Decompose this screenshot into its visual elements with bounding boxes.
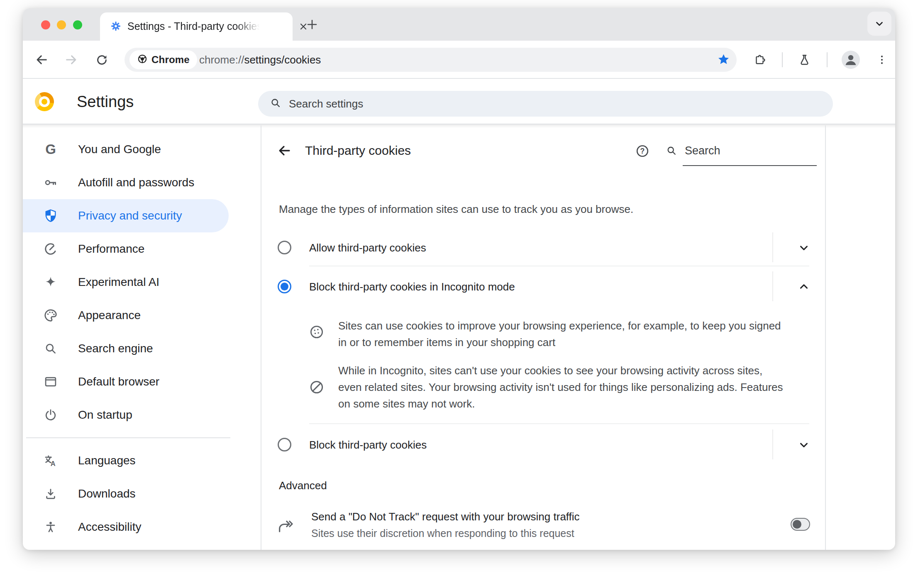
- shield-icon: [43, 208, 59, 224]
- option-label: Block third-party cookies: [309, 439, 427, 451]
- page-search-input[interactable]: [684, 144, 810, 158]
- accessibility-person-icon: [43, 519, 59, 535]
- page-search-underline: [683, 165, 817, 166]
- page-back-button[interactable]: [275, 141, 294, 160]
- site-chip[interactable]: Chrome: [129, 50, 197, 69]
- option-label: Block third-party cookies in Incognito m…: [309, 281, 515, 293]
- screen: Settings - Third-party cookies: [0, 0, 918, 588]
- chrome-logo-icon: [137, 54, 148, 66]
- dnt-title: Send a "Do Not Track" request with your …: [311, 510, 580, 523]
- radio-block-third-party[interactable]: [278, 438, 291, 451]
- key-icon: [43, 175, 59, 190]
- sidebar-item-experimental-ai[interactable]: Experimental AI: [23, 266, 255, 299]
- content-left-border: [261, 125, 261, 550]
- browser-window: Settings - Third-party cookies: [23, 8, 895, 550]
- chevron-up-icon[interactable]: [795, 279, 813, 294]
- url-scheme: chrome://: [199, 54, 244, 66]
- power-icon: [43, 407, 59, 423]
- speedometer-icon: [43, 241, 59, 257]
- page-search-icon: [666, 145, 677, 158]
- tab-settings[interactable]: Settings - Third-party cookies: [100, 12, 293, 41]
- chevron-down-icon[interactable]: [795, 240, 813, 255]
- help-icon[interactable]: ?: [635, 144, 650, 159]
- sidebar-item-downloads[interactable]: Downloads: [23, 477, 255, 510]
- minimize-window-button[interactable]: [57, 20, 66, 29]
- settings-gear-favicon-icon: [110, 20, 122, 34]
- magnifier-icon: [43, 341, 59, 356]
- download-icon: [43, 486, 59, 502]
- option-divider: [772, 429, 773, 459]
- settings-page-heading: Settings: [77, 93, 134, 111]
- sparkle-icon: [43, 274, 59, 290]
- page-search-field[interactable]: [684, 144, 810, 158]
- blocked-icon: [309, 379, 325, 397]
- url-text: chrome://settings/cookies: [199, 54, 321, 66]
- page-intro-text: Manage the types of information sites ca…: [279, 203, 633, 216]
- svg-text:A: A: [51, 460, 56, 467]
- browser-menu-icon[interactable]: [873, 51, 891, 69]
- row-divider: [309, 266, 809, 266]
- cookie-icon: [309, 324, 325, 342]
- option-label: Allow third-party cookies: [309, 242, 426, 254]
- sidebar-item-languages[interactable]: A Languages: [23, 444, 255, 477]
- browser-window-icon: [43, 374, 59, 390]
- bookmark-star-icon[interactable]: [717, 53, 730, 68]
- dnt-subtitle: Sites use their discretion when respondi…: [311, 527, 574, 539]
- palette-icon: [43, 307, 59, 323]
- sidebar-divider: [26, 437, 230, 438]
- do-not-track-icon: [277, 517, 294, 537]
- dnt-toggle[interactable]: [791, 518, 810, 531]
- settings-search-input[interactable]: [288, 97, 705, 111]
- sidebar-item-performance[interactable]: Performance: [23, 232, 255, 266]
- search-icon: [270, 97, 281, 110]
- toolbar-divider: [827, 52, 828, 67]
- svg-text:?: ?: [640, 147, 645, 155]
- tab-search-chevron-button[interactable]: [867, 12, 891, 36]
- back-button[interactable]: [32, 51, 51, 69]
- chrome-canary-logo: [35, 92, 54, 111]
- sidebar-item-privacy-and-security[interactable]: Privacy and security: [23, 199, 255, 232]
- forward-button[interactable]: [62, 51, 81, 69]
- sidebar-item-search-engine[interactable]: Search engine: [23, 332, 255, 365]
- sidebar-item-you-and-google[interactable]: G You and Google: [23, 133, 255, 166]
- toolbar-divider: [782, 52, 783, 67]
- chevron-down-icon[interactable]: [795, 437, 813, 452]
- dnt-toggle-knob: [793, 520, 801, 529]
- option-divider: [772, 232, 773, 262]
- google-g-icon: G: [43, 142, 59, 157]
- page-title: Third-party cookies: [305, 144, 411, 158]
- new-tab-button[interactable]: [303, 16, 321, 33]
- url-path: settings/cookies: [244, 54, 321, 66]
- sidebar-item-accessibility[interactable]: Accessibility: [23, 510, 255, 544]
- scroll-shadow: [23, 124, 895, 128]
- reload-button[interactable]: [93, 51, 111, 69]
- site-chip-label: Chrome: [151, 54, 190, 66]
- address-bar[interactable]: Chrome chrome://settings/cookies: [125, 48, 737, 72]
- radio-allow-third-party[interactable]: [278, 241, 291, 254]
- zoom-window-button[interactable]: [73, 20, 82, 29]
- sidebar-item-appearance[interactable]: Appearance: [23, 299, 255, 332]
- sidebar-item-on-startup[interactable]: On startup: [23, 398, 255, 432]
- cookie-detail-text: Sites can use cookies to improve your br…: [338, 317, 820, 351]
- close-window-button[interactable]: [41, 20, 50, 29]
- extensions-icon[interactable]: [750, 51, 769, 69]
- radio-block-incognito[interactable]: [278, 280, 291, 293]
- tab-strip: Settings - Third-party cookies: [23, 8, 895, 41]
- row-divider: [309, 423, 809, 424]
- profile-avatar[interactable]: [842, 51, 860, 69]
- tab-title: Settings - Third-party cookies: [127, 20, 262, 32]
- translate-icon: A: [43, 453, 59, 468]
- experiments-beaker-icon[interactable]: [795, 51, 813, 69]
- settings-search-bar[interactable]: [258, 91, 833, 117]
- sidebar-item-autofill[interactable]: Autofill and passwords: [23, 166, 255, 199]
- sidebar-item-default-browser[interactable]: Default browser: [23, 365, 255, 398]
- advanced-section-heading: Advanced: [279, 479, 327, 492]
- incognito-detail-text: While in Incognito, sites can't use your…: [338, 362, 826, 412]
- content-right-border: [825, 125, 826, 550]
- option-divider: [772, 271, 773, 301]
- toolbar-bottom-border: [23, 78, 895, 79]
